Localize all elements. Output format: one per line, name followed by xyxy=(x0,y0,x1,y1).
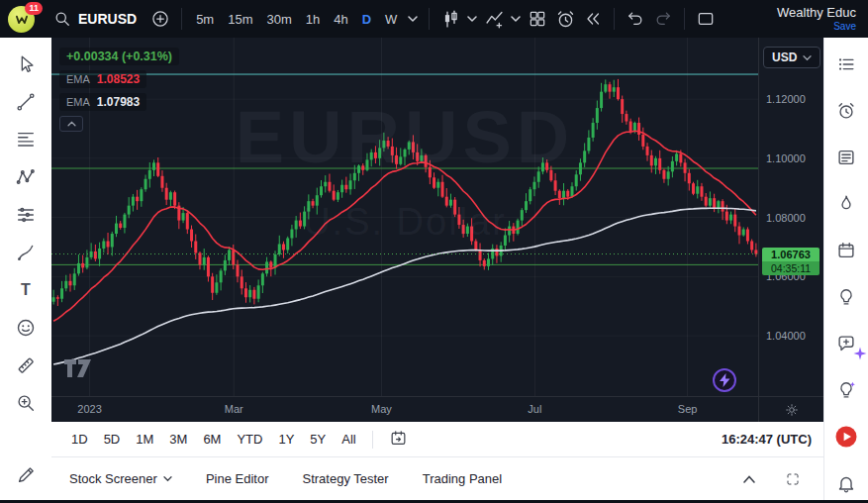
tab-trading-panel[interactable]: Trading Panel xyxy=(423,471,502,486)
ideas-button[interactable] xyxy=(831,282,861,312)
time-axis-label: 2023 xyxy=(77,403,101,415)
range-All[interactable]: All xyxy=(335,429,362,450)
range-3M[interactable]: 3M xyxy=(162,429,194,450)
live-stream-button[interactable] xyxy=(831,422,861,452)
emoji-tool-button[interactable] xyxy=(11,313,41,343)
save-layout-panel-button[interactable] xyxy=(692,5,720,33)
indicators-button[interactable] xyxy=(480,5,508,33)
range-1Y[interactable]: 1Y xyxy=(271,429,301,450)
hotlists-button[interactable] xyxy=(831,189,861,219)
center-column: EURUSD U.S. Dollar +0.00334 (+0.31%) EMA… xyxy=(51,38,823,500)
lightning-bolt-icon xyxy=(720,373,730,387)
search-icon xyxy=(52,9,72,29)
timeframe-15m[interactable]: 15m xyxy=(221,8,259,31)
gear-icon xyxy=(784,402,800,418)
calendar-icon xyxy=(835,240,857,261)
alarm-clock-icon xyxy=(835,100,857,122)
zoom-in-tool-button[interactable] xyxy=(11,388,41,418)
redo-button[interactable] xyxy=(649,5,677,33)
range-6M[interactable]: 6M xyxy=(196,429,228,450)
time-axis[interactable]: 2023 Mar May Jul Sep xyxy=(51,396,758,422)
range-1M[interactable]: 1M xyxy=(129,429,160,450)
ema-2-row[interactable]: EMA 1.07983 xyxy=(59,93,146,111)
tradingview-logo[interactable] xyxy=(63,358,93,382)
timeframe-5m[interactable]: 5m xyxy=(189,8,221,31)
zoom-in-icon xyxy=(15,392,37,414)
timeframe-30m[interactable]: 30m xyxy=(259,8,298,31)
chart-plot[interactable]: EURUSD U.S. Dollar +0.00334 (+0.31%) EMA… xyxy=(51,38,758,396)
brush-tool-button[interactable] xyxy=(11,238,41,267)
edit-drawings-button[interactable] xyxy=(11,460,41,490)
strategy-tester-label: Strategy Tester xyxy=(302,471,388,486)
position-tool-button[interactable] xyxy=(11,200,41,230)
tab-pine-editor[interactable]: Pine Editor xyxy=(206,471,269,486)
tab-stock-screener[interactable]: Stock Screener xyxy=(69,471,172,486)
fib-retracement-tool-button[interactable] xyxy=(11,125,41,154)
timeframe-1h[interactable]: 1h xyxy=(299,8,327,31)
text-tool-icon: T xyxy=(21,282,31,298)
chevron-down-icon xyxy=(467,15,477,23)
boost-button[interactable] xyxy=(713,368,736,392)
notifications-button[interactable] xyxy=(831,468,861,498)
range-5Y[interactable]: 5Y xyxy=(303,429,333,450)
chart-style-button[interactable] xyxy=(436,5,464,33)
ai-assistant-button[interactable] xyxy=(831,375,861,405)
symbol-name[interactable]: EURUSD xyxy=(76,11,146,27)
go-to-date-button[interactable] xyxy=(382,426,415,453)
alerts-button[interactable] xyxy=(831,96,861,126)
timeframe-W[interactable]: W xyxy=(378,8,404,31)
pine-editor-label: Pine Editor xyxy=(206,471,269,486)
legend-collapse-button[interactable] xyxy=(59,116,83,132)
chevron-down-icon xyxy=(803,54,812,61)
layout-name[interactable]: Wealthy Educ xyxy=(777,5,856,21)
timeframe-D[interactable]: D xyxy=(355,8,378,31)
cursor-tool-button[interactable] xyxy=(11,50,41,79)
utc-clock[interactable]: 16:24:47 (UTC) xyxy=(722,432,812,447)
panel-maximize-button[interactable] xyxy=(780,466,806,492)
currency-selector[interactable]: USD xyxy=(763,47,820,68)
indicators-menu-button[interactable] xyxy=(508,5,524,33)
chart-settings-button[interactable] xyxy=(758,396,823,422)
bar-replay-button[interactable] xyxy=(579,5,607,33)
range-separator xyxy=(372,431,373,449)
widget-toolbar xyxy=(823,38,868,500)
measure-tool-button[interactable] xyxy=(11,351,41,380)
price-axis-label: 1.08000 xyxy=(766,212,806,224)
price-axis[interactable]: USD 1.12000 1.10000 1.08000 1.06000 1.04… xyxy=(758,38,823,396)
chart-area: EURUSD U.S. Dollar +0.00334 (+0.31%) EMA… xyxy=(51,38,823,422)
price-change-value: +0.00334 (+0.31%) xyxy=(66,50,172,63)
lightbulb-icon xyxy=(835,286,857,308)
range-YTD[interactable]: YTD xyxy=(230,429,269,450)
save-layout-link[interactable]: Save xyxy=(833,21,856,34)
chat-button[interactable] xyxy=(831,329,861,358)
create-alert-button[interactable] xyxy=(551,5,579,33)
price-axis-label: 1.10000 xyxy=(766,152,806,164)
bell-icon xyxy=(835,472,857,494)
undo-arrow-icon xyxy=(626,9,645,29)
news-button[interactable] xyxy=(831,143,861,172)
layout-grid-button[interactable] xyxy=(524,5,551,33)
range-1D[interactable]: 1D xyxy=(64,429,95,450)
timeframe-4h[interactable]: 4h xyxy=(327,8,354,31)
indicators-icon xyxy=(484,9,505,30)
timeframe-menu-button[interactable] xyxy=(404,5,422,33)
time-axis-label: May xyxy=(371,403,392,415)
chart-style-menu-button[interactable] xyxy=(464,5,480,33)
xabcd-pattern-tool-button[interactable] xyxy=(11,162,41,192)
emoji-smiley-icon xyxy=(15,317,37,339)
range-5D[interactable]: 5D xyxy=(97,429,128,450)
app-logo[interactable]: 11 xyxy=(8,6,35,33)
panel-expand-button[interactable] xyxy=(736,466,762,492)
undo-button[interactable] xyxy=(622,5,649,33)
add-symbol-button[interactable] xyxy=(146,5,174,33)
brush-icon xyxy=(15,242,37,263)
trend-line-tool-button[interactable] xyxy=(11,87,41,117)
calendar-button[interactable] xyxy=(831,236,861,265)
toolbar-separator xyxy=(684,8,685,30)
ema-1-row[interactable]: EMA 1.08523 xyxy=(59,70,146,88)
tab-strategy-tester[interactable]: Strategy Tester xyxy=(302,471,388,486)
price-axis-label: 1.04000 xyxy=(766,330,806,342)
watchlist-button[interactable] xyxy=(831,50,861,79)
text-tool-button[interactable]: T xyxy=(11,275,41,305)
symbol-search-button[interactable] xyxy=(48,5,76,33)
